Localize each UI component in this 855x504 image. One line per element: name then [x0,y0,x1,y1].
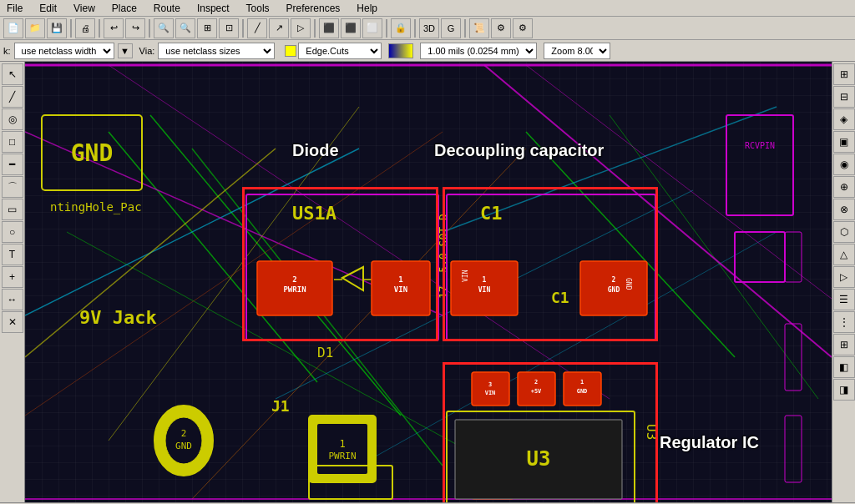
zoom-fit-button[interactable]: ⊞ [197,18,217,38]
new-button[interactable]: 📄 [3,18,23,38]
component-button[interactable]: ⬛ [319,18,339,38]
draw-rect-tool[interactable]: ▭ [2,199,23,220]
route2-button[interactable]: ↗ [269,18,289,38]
svg-text:RCVPIN: RCVPIN [745,141,775,150]
right-btn-1[interactable]: ⊞ [833,63,855,85]
delete-tool[interactable]: ✕ [2,311,23,333]
add-footprint-tool[interactable]: + [2,266,23,288]
place-pad-tool[interactable]: □ [2,131,23,153]
menu-route[interactable]: Route [150,1,184,16]
zoom-out-button[interactable]: 🔍 [175,18,195,38]
svg-text:VIN: VIN [462,270,469,282]
right-btn-11[interactable]: ☰ [833,289,855,310]
svg-text:U3: U3 [644,424,660,440]
svg-line-12 [484,65,832,357]
redo-button[interactable]: ↪ [125,18,145,38]
layer-toolbar: k: use netclass width ▼ Via: use netclas… [0,40,855,62]
menu-edit[interactable]: Edit [36,1,60,16]
svg-text:GND: GND [625,278,632,290]
main-area: ↖ ╱ ◎ □ ━ ⌒ ▭ ○ T + ↔ ✕ [0,62,855,502]
svg-text:VIN: VIN [478,286,491,294]
via-tool[interactable]: ◎ [2,108,23,130]
menu-place[interactable]: Place [109,1,140,16]
print-button[interactable]: 🖨 [75,18,95,38]
select-tool[interactable]: ↖ [2,63,23,85]
left-toolbar: ↖ ╱ ◎ □ ━ ⌒ ▭ ○ T + ↔ ✕ [0,62,25,502]
draw-line-tool[interactable]: ━ [2,154,23,175]
svg-text:U3: U3 [527,447,551,471]
svg-text:J1: J1 [271,397,290,415]
netclass-label: k: [3,46,11,56]
extra2-button[interactable]: ⚙ [513,18,533,38]
menu-tools[interactable]: Tools [243,1,273,16]
right-btn-12[interactable]: ⋮ [833,311,855,333]
svg-text:C1: C1 [480,203,503,224]
svg-text:PWRIN: PWRIN [328,451,356,461]
lock-button[interactable]: 🔒 [391,18,411,38]
right-btn-4[interactable]: ▣ [833,131,855,153]
via-select[interactable]: use netclass sizes [158,43,275,59]
right-btn-13[interactable]: ⊞ [833,334,855,355]
svg-text:9V Jack: 9V Jack [79,307,157,328]
netclass-btn[interactable]: ▼ [118,43,133,58]
svg-text:2: 2 [181,428,187,439]
route-track-tool[interactable]: ╱ [2,86,23,108]
zoom-area-button[interactable]: ⊡ [219,18,239,38]
svg-text:US1A: US1A [292,203,336,224]
svg-text:2: 2 [292,275,296,284]
layer-select[interactable]: Edge.Cuts [298,43,382,59]
svg-text:GND: GND [71,139,114,167]
measure-tool[interactable]: ↔ [2,289,23,310]
grid-select[interactable]: 1.00 mils (0.0254 mm) [420,43,537,59]
right-btn-5[interactable]: ◉ [833,154,855,175]
save-button[interactable]: 💾 [47,18,67,38]
draw-circle-tool[interactable]: ○ [2,221,23,243]
pcb-svg: GND ntingHole_Pac J1 9V Jack D1 17- 5.0 … [25,62,832,502]
add-text-tool[interactable]: T [2,244,23,265]
color-gradient [388,43,413,58]
menu-file[interactable]: File [3,1,26,16]
right-btn-14[interactable]: ◧ [833,356,855,378]
right-btn-9[interactable]: △ [833,244,855,265]
open-button[interactable]: 📁 [25,18,45,38]
route-button[interactable]: ╱ [247,18,267,38]
svg-text:2: 2 [534,379,538,386]
drc-button[interactable]: ▷ [291,18,311,38]
right-btn-15[interactable]: ◨ [833,379,855,401]
svg-line-11 [109,65,610,399]
draw-arc-tool[interactable]: ⌒ [2,176,23,198]
svg-text:GND: GND [577,388,588,395]
zoom-in-button[interactable]: 🔍 [154,18,174,38]
svg-rect-77 [785,416,802,482]
svg-text:1: 1 [398,275,402,284]
svg-line-4 [526,132,735,357]
netclass-select[interactable]: use netclass width [14,43,114,59]
right-btn-6[interactable]: ⊕ [833,176,855,198]
main-toolbar: 📄 📁 💾 🖨 ↩ ↪ 🔍 🔍 ⊞ ⊡ ╱ ↗ ▷ ⬛ ⬛ ⬜ 🔒 3D G 📜… [0,17,855,40]
right-btn-2[interactable]: ⊟ [833,86,855,108]
zoom-select[interactable]: Zoom 8.00 [544,43,610,59]
right-btn-10[interactable]: ▷ [833,266,855,288]
svg-rect-72 [726,115,793,215]
svg-rect-59 [472,372,509,406]
right-btn-3[interactable]: ◈ [833,108,855,130]
gerber-button[interactable]: G [441,18,461,38]
menu-inspect[interactable]: Inspect [194,1,233,16]
undo-button[interactable]: ↩ [104,18,124,38]
pcb-canvas[interactable]: GND ntingHole_Pac J1 9V Jack D1 17- 5.0 … [25,62,832,502]
svg-text:GND: GND [175,441,192,451]
menu-preferences[interactable]: Preferences [283,1,344,16]
right-toolbar: ⊞ ⊟ ◈ ▣ ◉ ⊕ ⊗ ⬡ △ ▷ ☰ ⋮ ⊞ ◧ ◨ [832,62,855,502]
component2-button[interactable]: ⬛ [341,18,361,38]
3d-button[interactable]: 3D [419,18,439,38]
script-button[interactable]: 📜 [469,18,489,38]
right-btn-8[interactable]: ⬡ [833,221,855,243]
menu-view[interactable]: View [70,1,99,16]
menu-help[interactable]: Help [353,1,381,16]
svg-text:ntingHole_Pac: ntingHole_Pac [50,200,142,214]
menu-bar: File Edit View Place Route Inspect Tools… [0,0,855,17]
component3-button[interactable]: ⬜ [362,18,382,38]
right-btn-7[interactable]: ⊗ [833,199,855,220]
extra-button[interactable]: ⚙ [491,18,511,38]
svg-text:2: 2 [612,276,616,284]
